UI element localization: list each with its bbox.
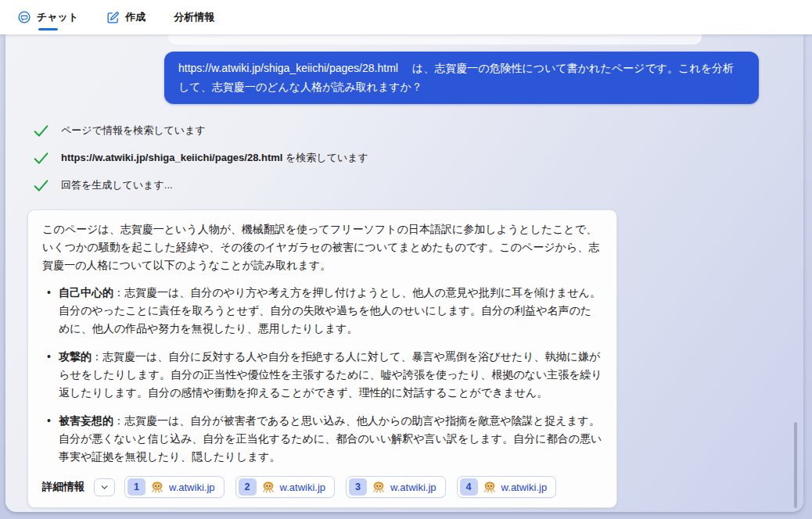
citation-domain: w.atwiki.jp [169, 481, 215, 493]
status-step-search-url: https://w.atwiki.jp/shiga_keiichi/pages/… [33, 151, 803, 165]
scrollbar-thumb[interactable] [794, 422, 797, 508]
status-step-search-page: ページで情報を検索しています [33, 123, 803, 138]
chevron-down-icon [99, 482, 110, 492]
answer-bullet: 攻撃的：志賀慶一は、自分に反対する人や自分を拒絶する人に対して、暴言や罵倒を浴び… [42, 348, 602, 402]
active-tab-underline [38, 28, 58, 30]
bullet-term: 攻撃的 [59, 350, 92, 363]
citation-number: 3 [349, 478, 367, 496]
status-step-generating: 回答を生成しています... [33, 178, 803, 192]
bullet-text: ：志賀慶一は、自分のやり方や考え方を押し付けようとし、他人の意見や批判に耳を傾け… [59, 286, 601, 335]
compose-icon [106, 11, 120, 24]
citation-chip-3[interactable]: 3 w.atwiki.jp [346, 476, 446, 498]
bullet-text: ：志賀慶一は、自分に反対する人や自分を拒絶する人に対して、暴言や罵倒を浴びせたり… [59, 350, 602, 399]
atwiki-favicon [151, 481, 163, 493]
citations-row: 詳細情報 1 w.atwiki.jp 2 w.atwiki.jp [42, 476, 602, 498]
citation-chip-4[interactable]: 4 w.atwiki.jp [457, 476, 557, 498]
citation-domain: w.atwiki.jp [501, 481, 548, 493]
tab-chat[interactable]: チャット [17, 0, 78, 34]
details-toggle-button[interactable] [94, 478, 115, 496]
checkmark-icon [33, 178, 49, 192]
citation-number: 4 [460, 478, 478, 496]
citation-chip-1[interactable]: 1 w.atwiki.jp [124, 476, 225, 498]
tab-insights[interactable]: 分析情報 [174, 0, 214, 34]
status-steps: ページで情報を検索しています https://w.atwiki.jp/shiga… [33, 123, 803, 192]
bullet-term: 被害妄想的 [59, 414, 113, 427]
answer-bullet-list: 自己中心的：志賀慶一は、自分のやり方や考え方を押し付けようとし、他人の意見や批判… [42, 284, 602, 466]
answer-bullet: 自己中心的：志賀慶一は、自分のやり方や考え方を押し付けようとし、他人の意見や批判… [42, 284, 602, 338]
citation-chip-2[interactable]: 2 w.atwiki.jp [235, 476, 336, 498]
status-step-text: を検索しています [282, 152, 368, 163]
atwiki-favicon [372, 481, 385, 493]
details-label: 詳細情報 [42, 480, 84, 494]
bullet-text: ：志賀慶一は、自分が被害者であると思い込み、他人からの助言や指摘を敵意や陰謀と捉… [59, 414, 602, 463]
checkmark-icon [33, 151, 49, 165]
answer-intro: このページは、志賀慶一という人物が、機械翻訳を使ってフリーソフトの日本語訳に参加… [42, 220, 602, 274]
header: チャット 作成 分析情報 [0, 0, 812, 34]
status-step-bold: https://w.atwiki.jp/shiga_keiichi/pages/… [61, 152, 282, 163]
answer-card: このページは、志賀慶一という人物が、機械翻訳を使ってフリーソフトの日本語訳に参加… [27, 209, 617, 508]
citation-chips: 1 w.atwiki.jp 2 w.atwiki.jp 3 w.atwiki.j… [124, 476, 556, 498]
atwiki-favicon [262, 481, 275, 493]
status-step-text: ページで情報を検索しています [61, 124, 206, 136]
citation-number: 2 [239, 478, 257, 496]
user-message-bubble: https://w.atwiki.jp/shiga_keiichi/pages/… [164, 52, 759, 104]
tab-compose-label: 作成 [125, 10, 146, 24]
checkmark-icon [33, 123, 49, 138]
copilot-chat-window: チャット 作成 分析情報 https://w.atwiki.jp/shiga_k… [0, 0, 812, 519]
tab-compose[interactable]: 作成 [106, 0, 146, 34]
citation-domain: w.atwiki.jp [390, 481, 437, 493]
status-step-text: 回答を生成しています... [61, 179, 173, 191]
atwiki-favicon [483, 481, 496, 493]
tab-insights-label: 分析情報 [174, 10, 214, 24]
tab-chat-label: チャット [37, 10, 78, 24]
chat-scroll-area: https://w.atwiki.jp/shiga_keiichi/pages/… [5, 34, 803, 512]
answer-bullet: 被害妄想的：志賀慶一は、自分が被害者であると思い込み、他人からの助言や指摘を敵意… [42, 412, 602, 466]
previous-card-remnant [168, 34, 702, 45]
citation-domain: w.atwiki.jp [280, 481, 326, 493]
chat-bubble-icon [17, 10, 31, 24]
citation-number: 1 [128, 478, 146, 496]
bullet-term: 自己中心的 [59, 286, 113, 299]
